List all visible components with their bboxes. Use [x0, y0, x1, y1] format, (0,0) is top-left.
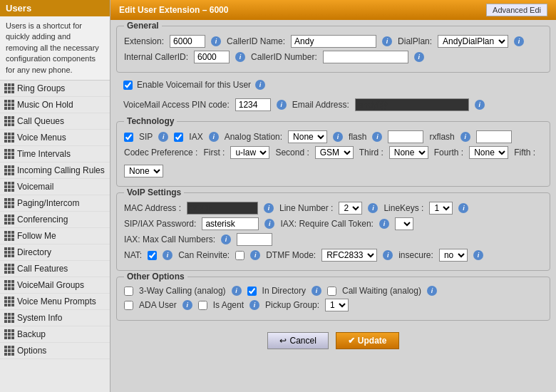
sidebar-top-users[interactable]: Users [0, 0, 110, 16]
sidebar-item-call-queues[interactable]: Call Queues [0, 113, 110, 130]
fourth-codec-label: Fourth : [434, 148, 463, 158]
pin-info-icon[interactable]: i [277, 100, 287, 110]
is-agent-checkbox[interactable] [198, 301, 207, 310]
sidebar-item-time-intervals[interactable]: Time Intervals [0, 146, 110, 163]
extension-input[interactable] [170, 35, 205, 48]
sip-iax-pwd-input[interactable] [202, 217, 259, 230]
iax-require-info-icon[interactable]: i [379, 219, 389, 229]
iax-info-icon[interactable]: i [209, 132, 219, 142]
first-codec-select[interactable]: u-law [230, 146, 269, 159]
linekeys-info-icon[interactable]: i [458, 203, 468, 213]
sidebar-item-ring-groups[interactable]: Ring Groups [0, 81, 110, 97]
sidebar-item-backup[interactable]: Backup [0, 326, 110, 343]
flash-input[interactable] [388, 130, 423, 143]
pickup-group-select[interactable]: 1 [325, 299, 349, 311]
sidebar-item-conferencing[interactable]: Conferencing [0, 212, 110, 228]
analog-station-info-icon[interactable]: i [333, 132, 343, 142]
callerid-name-info-icon[interactable]: i [382, 36, 392, 46]
line-number-info-icon[interactable]: i [368, 203, 378, 213]
ada-user-info-icon[interactable]: i [182, 300, 192, 310]
call-waiting-label: Call Waiting (analog) [342, 286, 421, 296]
call-waiting-checkbox[interactable] [327, 287, 336, 296]
sidebar-item-voicemail-groups[interactable]: VoiceMail Groups [0, 277, 110, 294]
email-input[interactable] [355, 98, 469, 111]
sidebar-item-options[interactable]: Options [0, 343, 110, 359]
bottom-buttons: ↩ Cancel ✔ Update [116, 326, 550, 358]
voicemail-pin-row: VoiceMail Access PIN code: i Email Addre… [116, 97, 550, 113]
line-number-select[interactable]: 2 [339, 202, 362, 215]
update-button[interactable]: ✔ Update [336, 332, 399, 349]
update-label: Update [358, 336, 387, 346]
time-intervals-icon [4, 149, 14, 159]
three-way-checkbox[interactable] [124, 287, 133, 296]
sidebar-item-paging-intercom[interactable]: Paging/Intercom [0, 195, 110, 212]
fourth-codec-select[interactable]: None [469, 146, 508, 159]
sidebar-item-call-features[interactable]: Call Features [0, 261, 110, 277]
in-directory-info-icon[interactable]: i [312, 286, 321, 296]
can-reinvite-checkbox[interactable] [235, 251, 244, 260]
dialplan-info-icon[interactable]: i [514, 36, 524, 46]
sidebar-item-music-on-hold[interactable]: Music On Hold [0, 97, 110, 113]
nat-label: NAT: [124, 250, 142, 260]
callerid-number-input[interactable] [323, 51, 408, 63]
main-body: General Extension: i CallerID Name: i Di… [110, 20, 556, 363]
call-waiting-info-icon[interactable]: i [427, 286, 437, 296]
sip-iax-pwd-info-icon[interactable]: i [264, 219, 274, 229]
iax-require-select[interactable] [395, 217, 413, 230]
sidebar-item-system-info[interactable]: System Info [0, 310, 110, 326]
callerid-name-input[interactable] [291, 35, 376, 48]
extension-info-icon[interactable]: i [211, 36, 221, 46]
paging-intercom-icon [4, 198, 14, 208]
sidebar-item-voicemail[interactable]: Voicemail [0, 179, 110, 195]
sidebar-item-voice-menu-prompts[interactable]: Voice Menu Prompts [0, 294, 110, 310]
mac-info-icon[interactable]: i [264, 203, 274, 213]
insecure-info-icon[interactable]: i [473, 250, 483, 260]
callerid-number-label: CallerID Number: [251, 52, 317, 62]
pin-input[interactable] [235, 98, 271, 111]
can-reinvite-info-icon[interactable]: i [250, 250, 260, 260]
sidebar-item-follow-me[interactable]: Follow Me [0, 228, 110, 244]
fifth-codec-select[interactable]: None [124, 165, 163, 177]
dtmf-select[interactable]: RFC2833 [321, 249, 377, 262]
iax-max-info-icon[interactable]: i [221, 234, 231, 244]
internal-callerid-info-icon[interactable]: i [235, 52, 245, 62]
music-on-hold-label: Music On Hold [17, 100, 73, 110]
general-section: General Extension: i CallerID Name: i Di… [116, 26, 550, 73]
iax-max-input[interactable] [237, 233, 272, 246]
fifth-codec-label: Fifth : [514, 148, 535, 158]
enable-voicemail-info-icon[interactable]: i [255, 80, 265, 90]
advanced-edit-button[interactable]: Advanced Edi [486, 4, 547, 16]
linekeys-select[interactable]: 1 [429, 202, 453, 215]
enable-voicemail-checkbox[interactable] [123, 81, 133, 90]
analog-station-select[interactable]: None [288, 130, 327, 143]
ada-user-checkbox[interactable] [124, 301, 133, 310]
in-directory-checkbox[interactable] [247, 287, 257, 296]
sip-info-icon[interactable]: i [158, 132, 168, 142]
line-number-label: Line Number : [279, 203, 333, 213]
email-info-icon[interactable]: i [475, 100, 485, 110]
insecure-select[interactable]: no [439, 249, 468, 262]
nat-info-icon[interactable]: i [163, 250, 173, 260]
incoming-calling-rules-icon [4, 165, 14, 175]
sip-iax-pwd-label: SIP/IAX Password: [124, 219, 196, 229]
dtmf-info-icon[interactable]: i [383, 250, 393, 260]
sidebar-item-directory[interactable]: Directory [0, 244, 110, 261]
cancel-button[interactable]: ↩ Cancel [267, 332, 328, 349]
callerid-number-info-icon[interactable]: i [414, 52, 424, 62]
internal-callerid-input[interactable] [194, 51, 230, 63]
sidebar-item-incoming-calling-rules[interactable]: Incoming Calling Rules [0, 163, 110, 179]
iax-checkbox[interactable] [174, 133, 183, 142]
analog-station-label: Analog Station: [225, 132, 282, 142]
nat-checkbox[interactable] [148, 251, 157, 260]
rxflash-info-icon[interactable]: i [460, 132, 470, 142]
sidebar-item-voice-menus[interactable]: Voice Menus [0, 130, 110, 146]
flash-info-icon[interactable]: i [372, 132, 382, 142]
rxflash-input[interactable] [476, 130, 512, 143]
second-codec-select[interactable]: GSM [315, 146, 354, 159]
dialplan-select[interactable]: AndyDialPlan [438, 35, 508, 48]
third-codec-select[interactable]: None [389, 146, 428, 159]
three-way-info-icon[interactable]: i [232, 286, 242, 296]
is-agent-info-icon[interactable]: i [249, 300, 259, 310]
mac-input[interactable] [187, 202, 258, 215]
sip-checkbox[interactable] [124, 133, 133, 142]
